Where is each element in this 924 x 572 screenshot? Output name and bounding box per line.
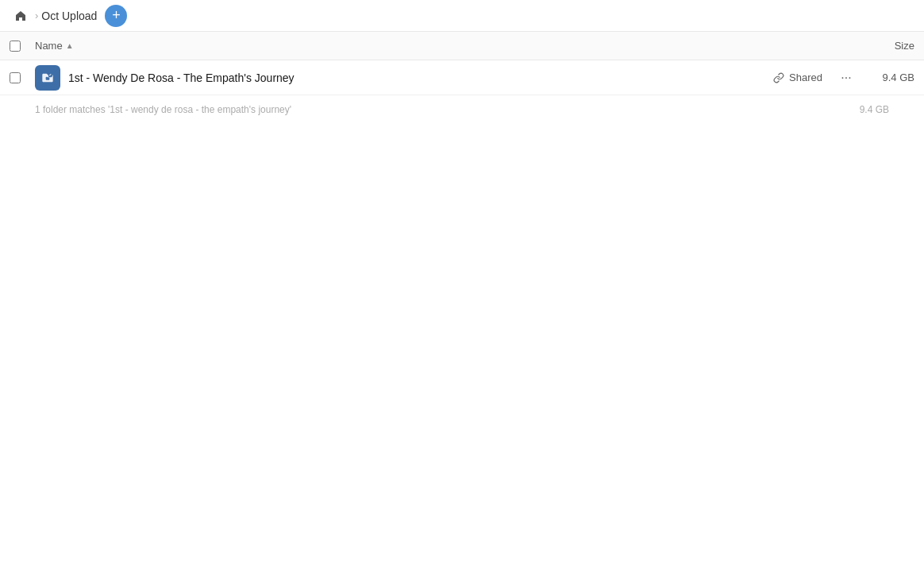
row-checkbox-cell [10, 72, 29, 83]
file-size-label: 9.4 GB [867, 72, 914, 83]
sort-arrow-icon: ▲ [66, 41, 74, 50]
shared-label: Shared [789, 72, 822, 83]
header-checkbox-cell [10, 41, 29, 52]
more-options-button[interactable]: ··· [835, 67, 857, 89]
home-button[interactable] [10, 5, 32, 27]
breadcrumb-bar: › Oct Upload + [0, 0, 924, 32]
summary-text: 1 folder matches '1st - wendy de rosa - … [35, 104, 841, 115]
table-row[interactable]: 1st - Wendy De Rosa - The Empath's Journ… [0, 60, 924, 95]
select-all-checkbox[interactable] [10, 41, 21, 52]
shared-status: Shared [773, 72, 822, 83]
breadcrumb-folder-name[interactable]: Oct Upload [41, 10, 97, 22]
summary-size: 9.4 GB [841, 104, 889, 115]
name-column-header[interactable]: Name ▲ [35, 40, 851, 52]
folder-icon [35, 65, 60, 91]
column-headers: Name ▲ Size [0, 32, 924, 60]
breadcrumb-chevron: › [35, 10, 38, 21]
summary-row: 1 folder matches '1st - wendy de rosa - … [0, 95, 924, 124]
file-name-label: 1st - Wendy De Rosa - The Empath's Journ… [68, 72, 773, 84]
add-button[interactable]: + [105, 5, 127, 27]
link-icon [773, 72, 784, 83]
more-icon: ··· [841, 71, 851, 85]
row-checkbox[interactable] [10, 72, 21, 83]
size-column-header[interactable]: Size [851, 40, 914, 52]
svg-point-0 [48, 73, 52, 77]
